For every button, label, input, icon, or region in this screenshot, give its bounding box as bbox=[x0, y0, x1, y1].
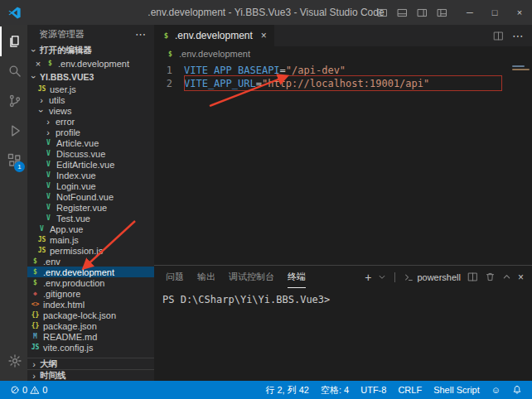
code-line-1[interactable]: 1VITE_APP_BASEAPI="/api-dev" bbox=[154, 64, 510, 77]
cursor-position[interactable]: 行 2, 列 42 bbox=[262, 384, 312, 397]
outline-section-header[interactable]: › 大纲 bbox=[27, 358, 154, 369]
tree-item-error[interactable]: ›error bbox=[27, 116, 154, 127]
tree-item-editarticle.vue[interactable]: VEditArticle.vue bbox=[27, 159, 154, 170]
search-icon[interactable] bbox=[0, 56, 27, 86]
tree-item-label: package.json bbox=[43, 321, 97, 331]
settings-gear-icon[interactable] bbox=[0, 346, 27, 376]
line-number: 1 bbox=[154, 64, 184, 77]
tree-item-main.js[interactable]: JSmain.js bbox=[27, 234, 154, 245]
timeline-section-header[interactable]: › 时间线 bbox=[27, 369, 154, 381]
vue-file-icon: V bbox=[44, 214, 53, 222]
new-terminal-icon[interactable]: + bbox=[365, 272, 371, 283]
notifications-bell-icon[interactable] bbox=[509, 385, 525, 395]
vue-file-icon: V bbox=[44, 204, 53, 211]
env-file-icon: $ bbox=[162, 31, 171, 40]
error-count: 0 bbox=[22, 385, 27, 395]
tree-item-.env.production[interactable]: $.env.production bbox=[27, 277, 154, 288]
code-lines: 1VITE_APP_BASEAPI="/api-dev"2VITE_APP_UR… bbox=[154, 61, 510, 265]
breadcrumb-item: .env.development bbox=[179, 49, 250, 59]
tab-env-development[interactable]: $ .env.development × bbox=[154, 25, 274, 46]
panel-tab-2[interactable]: 调试控制台 bbox=[229, 266, 274, 288]
line-number: 2 bbox=[154, 77, 184, 90]
tree-item-vite.config.js[interactable]: JSvite.config.js bbox=[27, 342, 154, 353]
code-line-2[interactable]: 2VITE_APP_URL="http://localhost:19001/ap… bbox=[154, 77, 510, 90]
close-icon[interactable]: × bbox=[34, 59, 42, 69]
bottom-panel: 问题输出调试控制台终端 + powershell × PS D:\CSharp\… bbox=[154, 265, 532, 381]
tree-item-label: permission.js bbox=[50, 246, 103, 256]
source-control-icon[interactable] bbox=[0, 86, 27, 116]
customize-layout-icon[interactable] bbox=[437, 7, 447, 18]
tree-item-index.html[interactable]: <>index.html bbox=[27, 299, 154, 310]
close-panel-icon[interactable]: × bbox=[518, 272, 524, 283]
open-editor-item[interactable]: × $ .env.development bbox=[27, 57, 154, 70]
panel-tabs: 问题输出调试控制台终端 bbox=[166, 266, 306, 288]
language-mode[interactable]: Shell Script bbox=[430, 385, 483, 395]
terminal-output[interactable]: PS D:\CSharp\Yi\Yi.BBS.Vue3> bbox=[154, 288, 532, 305]
code-editor[interactable]: 1VITE_APP_BASEAPI="/api-dev"2VITE_APP_UR… bbox=[154, 61, 532, 265]
divider bbox=[394, 272, 395, 282]
panel-tab-0[interactable]: 问题 bbox=[166, 266, 184, 288]
toggle-sidebar-icon[interactable] bbox=[377, 7, 388, 18]
open-editors-label: 打开的编辑器 bbox=[40, 45, 92, 56]
tree-item-label: README.md bbox=[43, 332, 97, 342]
minimize-button[interactable]: ─ bbox=[457, 0, 482, 25]
split-editor-icon[interactable] bbox=[493, 31, 504, 41]
toggle-panel-icon[interactable] bbox=[397, 7, 408, 18]
toggle-secondary-sidebar-icon[interactable] bbox=[417, 7, 428, 18]
more-actions-icon[interactable]: ⋯ bbox=[512, 29, 524, 42]
tree-item-.env[interactable]: $.env bbox=[27, 256, 154, 267]
tree-item-package.json[interactable]: {}package.json bbox=[27, 320, 154, 331]
tree-item-user.js[interactable]: JSuser.js bbox=[27, 84, 154, 94]
indentation[interactable]: 空格: 4 bbox=[317, 384, 352, 397]
tree-item-article.vue[interactable]: VArticle.vue bbox=[27, 137, 154, 148]
close-window-button[interactable]: × bbox=[507, 0, 532, 25]
tree-item-index.vue[interactable]: VIndex.vue bbox=[27, 170, 154, 180]
vue-file-icon: V bbox=[44, 171, 53, 179]
close-tab-icon[interactable]: × bbox=[261, 30, 267, 41]
open-editors-header[interactable]: › 打开的编辑器 bbox=[27, 43, 154, 57]
tree-item-app.vue[interactable]: VApp.vue bbox=[27, 224, 154, 234]
maximize-button[interactable]: □ bbox=[482, 0, 507, 25]
terminal-instance-powershell[interactable]: powershell bbox=[404, 272, 461, 282]
tree-item-readme.md[interactable]: MREADME.md bbox=[27, 331, 154, 342]
extensions-icon[interactable]: 1 bbox=[0, 146, 27, 175]
title-bar: .env.development - Yi.BBS.Vue3 - Visual … bbox=[0, 0, 532, 25]
run-debug-icon[interactable] bbox=[0, 116, 27, 146]
minimap[interactable] bbox=[510, 61, 532, 265]
problems-status[interactable]: 0 0 bbox=[7, 385, 51, 395]
breadcrumb[interactable]: $ .env.development bbox=[154, 46, 532, 61]
editor-group: $ .env.development × ⋯ $ .env.developmen… bbox=[154, 25, 532, 381]
tree-item-label: user.js bbox=[50, 84, 76, 94]
vue-file-icon: V bbox=[44, 161, 53, 168]
tree-item-views[interactable]: ›views bbox=[27, 105, 154, 116]
project-root-header[interactable]: › YI.BBS.VUE3 bbox=[27, 70, 154, 84]
feedback-smiley-icon[interactable]: ☺ bbox=[488, 385, 504, 395]
eol[interactable]: CRLF bbox=[394, 385, 425, 395]
tree-item-profile[interactable]: ›profile bbox=[27, 127, 154, 137]
tree-item-notfound.vue[interactable]: VNotFound.vue bbox=[27, 191, 154, 202]
tree-item-permission.js[interactable]: JSpermission.js bbox=[27, 245, 154, 256]
maximize-panel-icon[interactable] bbox=[502, 272, 511, 281]
panel-tab-1[interactable]: 输出 bbox=[197, 266, 215, 288]
kill-terminal-icon[interactable] bbox=[485, 272, 496, 282]
panel-tab-3-active[interactable]: 终端 bbox=[288, 266, 306, 288]
tree-item-register.vue[interactable]: VRegister.vue bbox=[27, 202, 154, 213]
explorer-icon[interactable] bbox=[0, 26, 27, 56]
encoding[interactable]: UTF-8 bbox=[357, 385, 389, 395]
tree-item-test.vue[interactable]: VTest.vue bbox=[27, 213, 154, 224]
split-terminal-icon[interactable] bbox=[467, 272, 478, 282]
tree-item-package-lock.json[interactable]: {}package-lock.json bbox=[27, 310, 154, 320]
chevron-down-icon[interactable] bbox=[378, 273, 386, 281]
minimap-line bbox=[512, 65, 525, 67]
tree-item-login.vue[interactable]: VLogin.vue bbox=[27, 180, 154, 191]
tree-item-label: views bbox=[49, 106, 72, 116]
terminal-shell-label: powershell bbox=[417, 272, 461, 282]
tree-item-label: Login.vue bbox=[56, 181, 96, 191]
tree-item-.gitignore[interactable]: ◆.gitignore bbox=[27, 288, 154, 299]
more-actions-icon[interactable]: ⋯ bbox=[135, 28, 146, 41]
tree-item-discuss.vue[interactable]: VDiscuss.vue bbox=[27, 148, 154, 159]
tree-item-.env.development[interactable]: $.env.development bbox=[27, 267, 154, 277]
tree-item-utils[interactable]: ›utils bbox=[27, 94, 154, 105]
tree-item-label: Article.vue bbox=[56, 138, 99, 148]
tree-item-label: package-lock.json bbox=[43, 310, 116, 320]
